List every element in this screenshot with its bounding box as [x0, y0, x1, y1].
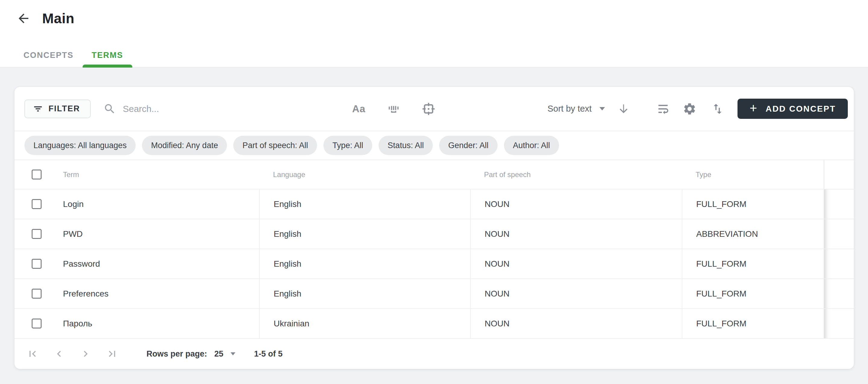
- chip-gender-label: Gender: All: [448, 141, 489, 150]
- column-header-type: Type: [695, 171, 711, 179]
- tab-terms[interactable]: TERMS: [83, 43, 132, 67]
- pinned-cell: [824, 189, 854, 219]
- part-of-speech-cell: NOUN: [485, 319, 509, 328]
- chip-part-of-speech[interactable]: Part of speech: All: [233, 136, 317, 155]
- tab-concepts[interactable]: CONCEPTS: [14, 43, 83, 67]
- type-cell: FULL_FORM: [696, 259, 746, 269]
- chip-author-label: Author: All: [513, 141, 550, 150]
- last-page-button[interactable]: [106, 348, 118, 360]
- language-cell: English: [274, 289, 301, 299]
- chip-gender[interactable]: Gender: All: [439, 136, 498, 155]
- chip-status[interactable]: Status: All: [378, 136, 433, 155]
- language-cell: English: [274, 199, 301, 209]
- search-input[interactable]: [123, 104, 261, 114]
- select-all-checkbox[interactable]: [32, 170, 41, 179]
- rows-per-page-label: Rows per page:: [147, 349, 207, 359]
- settings-button[interactable]: [683, 102, 696, 116]
- barcode-button[interactable]: [387, 102, 401, 116]
- filter-button[interactable]: FILTER: [24, 99, 91, 118]
- table-row[interactable]: Пароль Ukrainian NOUN FULL_FORM: [14, 308, 854, 338]
- tab-concepts-label: CONCEPTS: [24, 51, 73, 60]
- part-of-speech-cell: NOUN: [485, 259, 509, 269]
- type-cell: FULL_FORM: [696, 289, 746, 299]
- language-cell: Ukrainian: [274, 319, 309, 328]
- add-concept-button[interactable]: + ADD CONCEPT: [738, 99, 848, 119]
- match-case-button[interactable]: Aa: [352, 103, 365, 115]
- language-cell: English: [274, 229, 301, 239]
- back-button[interactable]: [16, 10, 31, 26]
- language-cell: English: [274, 259, 301, 269]
- chevron-left-icon: [53, 348, 65, 360]
- app-header: Main CONCEPTS TERMS: [0, 0, 868, 67]
- table-row[interactable]: Preferences English NOUN FULL_FORM: [14, 278, 854, 308]
- chip-author[interactable]: Author: All: [504, 136, 559, 155]
- search-option-icons: Aa: [352, 102, 435, 116]
- filter-list-icon: [33, 104, 43, 114]
- term-cell: Login: [63, 199, 84, 209]
- table-header: Term Language Part of speech Type: [14, 159, 854, 189]
- center-focus-button[interactable]: [422, 102, 435, 116]
- term-cell: Пароль: [63, 319, 92, 328]
- column-header-part-of-speech: Part of speech: [484, 171, 531, 179]
- center-focus-icon: [422, 102, 435, 116]
- wrap-text-icon: [656, 102, 670, 116]
- caret-down-icon: [599, 107, 605, 110]
- tab-terms-label: TERMS: [92, 51, 123, 60]
- rows-per-page-value: 25: [214, 349, 223, 359]
- prev-page-button[interactable]: [53, 348, 65, 360]
- chip-type[interactable]: Type: All: [323, 136, 372, 155]
- tab-bar: CONCEPTS TERMS: [14, 43, 132, 67]
- first-page-button[interactable]: [27, 348, 38, 360]
- caret-down-icon: [230, 352, 236, 355]
- sort-by-label: Sort by text: [547, 104, 592, 114]
- table-row[interactable]: Password English NOUN FULL_FORM: [14, 248, 854, 278]
- search-icon: [103, 102, 116, 115]
- wrap-text-button[interactable]: [656, 102, 670, 116]
- chip-modified-label: Modified: Any date: [151, 141, 218, 150]
- term-cell: PWD: [63, 229, 83, 239]
- row-checkbox[interactable]: [32, 289, 41, 299]
- part-of-speech-cell: NOUN: [485, 289, 509, 299]
- chevron-right-icon: [80, 348, 92, 360]
- page-title: Main: [42, 10, 74, 27]
- type-cell: FULL_FORM: [696, 319, 746, 328]
- import-export-icon: [711, 102, 724, 116]
- terms-panel: FILTER Aa: [14, 87, 854, 369]
- part-of-speech-cell: NOUN: [485, 229, 509, 239]
- filter-chips-row: Languages: All languages Modified: Any d…: [14, 130, 854, 159]
- table-row[interactable]: Login English NOUN FULL_FORM: [14, 189, 854, 219]
- barcode-icon: [387, 102, 401, 116]
- content-area: FILTER Aa: [0, 67, 868, 369]
- row-checkbox[interactable]: [32, 229, 41, 239]
- chip-modified[interactable]: Modified: Any date: [142, 136, 227, 155]
- import-export-button[interactable]: [711, 102, 724, 116]
- row-checkbox[interactable]: [32, 319, 41, 328]
- row-checkbox[interactable]: [32, 199, 41, 209]
- sort-by-select[interactable]: Sort by text: [547, 104, 605, 114]
- chip-languages-label: Languages: All languages: [33, 141, 127, 150]
- last-page-icon: [106, 348, 118, 360]
- chip-status-label: Status: All: [388, 141, 424, 150]
- pagination-bar: Rows per page: 25 1-5 of 5: [14, 338, 854, 369]
- next-page-button[interactable]: [80, 348, 92, 360]
- first-page-icon: [27, 348, 38, 360]
- term-cell: Password: [63, 259, 100, 269]
- chip-languages[interactable]: Languages: All languages: [24, 136, 135, 155]
- filter-button-label: FILTER: [49, 104, 80, 113]
- page-range-label: 1-5 of 5: [254, 349, 283, 359]
- chip-type-label: Type: All: [333, 141, 363, 150]
- add-concept-label: ADD CONCEPT: [766, 104, 836, 114]
- toolbar-right-group: Sort by text: [547, 99, 848, 119]
- plus-icon: +: [749, 102, 758, 115]
- pinned-cell: [824, 219, 854, 248]
- sort-direction-button[interactable]: [617, 102, 630, 116]
- active-tab-indicator: [83, 64, 132, 67]
- pinned-cell: [824, 309, 854, 338]
- arrow-left-icon: [16, 11, 31, 26]
- arrow-down-icon: [617, 102, 630, 116]
- type-cell: FULL_FORM: [696, 199, 746, 209]
- row-checkbox[interactable]: [32, 259, 41, 269]
- table-row[interactable]: PWD English NOUN ABBREVIATION: [14, 219, 854, 248]
- part-of-speech-cell: NOUN: [485, 199, 509, 209]
- rows-per-page-select[interactable]: 25: [214, 349, 236, 359]
